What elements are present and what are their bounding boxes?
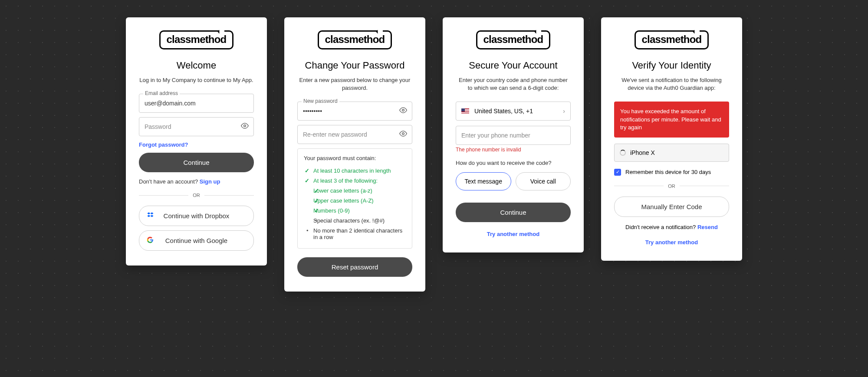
phone-input[interactable] (456, 126, 571, 145)
rule-uppercase: Upper case letters (A-Z) (304, 196, 406, 206)
brand-logo: classmethod (297, 30, 412, 49)
signup-link[interactable]: Sign up (200, 178, 220, 185)
password-rules: Your password must contain: At least 10 … (297, 148, 412, 249)
change-password-card: classmethod Change Your Password Enter a… (284, 17, 425, 292)
password-input[interactable] (139, 117, 254, 136)
try-another-method-link[interactable]: Try another method (487, 231, 539, 237)
dropbox-icon (147, 211, 155, 220)
verify-subtitle: We've sent a notification to the followi… (614, 76, 729, 92)
remember-device-row[interactable]: ✓ Remember this device for 30 days (614, 169, 729, 176)
rule-three-of: At least 3 of the following: (304, 176, 406, 186)
device-box: iPhone X (614, 144, 729, 162)
spinner-icon (620, 150, 626, 156)
continue-dropbox-button[interactable]: Continue with Dropbox (139, 206, 254, 226)
login-subtitle: Log in to My Company to continue to My A… (139, 76, 254, 84)
brand-logo: classmethod (614, 30, 729, 49)
svg-point-2 (402, 133, 404, 135)
country-select[interactable]: United States, US, +1 › (456, 102, 571, 121)
reenter-password-input[interactable] (297, 125, 412, 144)
secure-title: Secure Your Account (456, 60, 571, 71)
svg-point-0 (244, 125, 246, 127)
rule-identical: No more than 2 identical characters in a… (304, 226, 406, 242)
email-label: Email address (143, 90, 180, 96)
forgot-password-link[interactable]: Forgot password? (139, 141, 188, 148)
change-pw-title: Change Your Password (297, 60, 412, 71)
or-separator: OR (614, 184, 729, 189)
brand-logo: classmethod (456, 30, 571, 49)
eye-icon[interactable] (241, 122, 249, 131)
login-title: Welcome (139, 60, 254, 71)
resend-link[interactable]: Resend (697, 224, 718, 230)
receive-code-question: How do you want to receive the code? (456, 160, 571, 166)
rule-special: Special characters (ex. !@#) (304, 216, 406, 226)
rule-length: At least 10 characters in length (304, 166, 406, 176)
manually-enter-code-button[interactable]: Manually Enter Code (614, 197, 729, 217)
remember-checkbox[interactable]: ✓ (614, 169, 621, 176)
new-password-label: New password (302, 98, 339, 104)
eye-icon[interactable] (399, 106, 407, 116)
or-separator: OR (139, 193, 254, 198)
eye-icon[interactable] (399, 130, 407, 139)
verify-title: Verify Your Identity (614, 60, 729, 71)
google-icon (147, 236, 154, 245)
resend-row: Didn't receive a notification? Resend (614, 224, 729, 230)
rule-lowercase: Lower case letters (a-z) (304, 186, 406, 196)
voice-call-button[interactable]: Voice call (516, 172, 571, 190)
change-pw-subtitle: Enter a new password below to change you… (297, 76, 412, 92)
svg-point-1 (402, 109, 404, 111)
us-flag-icon (461, 108, 469, 114)
rule-numbers: Numbers (0-9) (304, 206, 406, 216)
brand-logo: classmethod (139, 30, 254, 49)
continue-button[interactable]: Continue (139, 153, 254, 172)
new-password-input[interactable] (297, 102, 412, 121)
verify-identity-card: classmethod Verify Your Identity We've s… (601, 17, 742, 261)
login-card: classmethod Welcome Log in to My Company… (126, 17, 267, 266)
text-message-button[interactable]: Text message (456, 172, 511, 190)
continue-button[interactable]: Continue (456, 203, 571, 222)
signup-prompt: Don't have an account? Sign up (139, 178, 254, 185)
reset-password-button[interactable]: Reset password (297, 257, 412, 277)
chevron-right-icon: › (563, 108, 565, 115)
email-input[interactable] (139, 94, 254, 113)
secure-account-card: classmethod Secure Your Account Enter yo… (443, 17, 584, 252)
try-another-method-link[interactable]: Try another method (645, 239, 698, 246)
rate-limit-alert: You have exceeded the amount of notifica… (614, 102, 729, 138)
secure-subtitle: Enter your country code and phone number… (456, 76, 571, 92)
continue-google-button[interactable]: Continue with Google (139, 230, 254, 251)
phone-error: The phone number is invalid (456, 147, 571, 153)
